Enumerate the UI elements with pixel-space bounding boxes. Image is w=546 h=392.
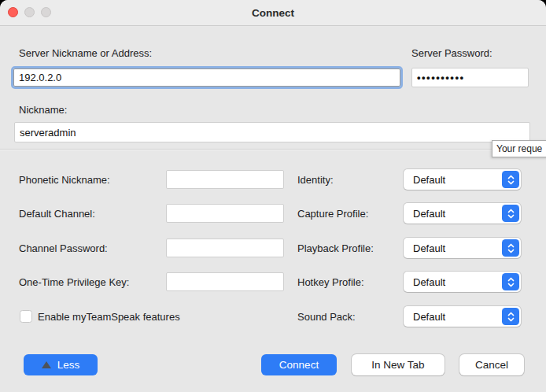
server-address-label: Server Nickname or Address: bbox=[19, 47, 152, 59]
myteamspeak-checkbox[interactable] bbox=[20, 310, 32, 323]
up-down-chevrons-icon bbox=[502, 308, 519, 325]
titlebar: Connect bbox=[0, 0, 546, 26]
channel-password-label: Channel Password: bbox=[19, 242, 108, 254]
section-divider bbox=[0, 149, 546, 150]
cancel-button[interactable]: Cancel bbox=[459, 354, 524, 375]
nickname-label: Nickname: bbox=[19, 104, 67, 116]
tooltip: Your reque bbox=[492, 140, 546, 157]
up-down-chevrons-icon bbox=[502, 273, 519, 290]
up-down-chevrons-icon bbox=[502, 239, 519, 257]
capture-profile-select[interactable]: Default bbox=[404, 203, 521, 224]
less-button[interactable]: Less bbox=[24, 354, 98, 375]
collapse-triangle-icon bbox=[42, 361, 51, 368]
connect-button[interactable]: Connect bbox=[261, 354, 337, 375]
identity-select[interactable]: Default bbox=[404, 169, 521, 190]
privilege-key-input[interactable] bbox=[166, 272, 284, 291]
playback-profile-select[interactable]: Default bbox=[404, 238, 521, 258]
channel-password-input[interactable] bbox=[166, 239, 284, 257]
hotkey-profile-label: Hotkey Profile: bbox=[297, 276, 364, 288]
sound-pack-select[interactable]: Default bbox=[404, 306, 521, 327]
up-down-chevrons-icon bbox=[502, 171, 519, 188]
window-title: Connect bbox=[0, 0, 546, 25]
sound-pack-label: Sound Pack: bbox=[297, 311, 356, 323]
connect-dialog: Connect Server Nickname or Address: Serv… bbox=[0, 0, 546, 392]
phonetic-nickname-label: Phonetic Nickname: bbox=[19, 174, 110, 186]
connect-button-label: Connect bbox=[279, 359, 319, 371]
up-down-chevrons-icon bbox=[502, 205, 519, 222]
server-password-input[interactable] bbox=[411, 68, 529, 87]
server-address-input[interactable] bbox=[13, 68, 400, 87]
hotkey-profile-select[interactable]: Default bbox=[404, 272, 521, 292]
server-password-label: Server Password: bbox=[411, 47, 493, 59]
tooltip-text: Your reque bbox=[496, 143, 542, 154]
default-channel-label: Default Channel: bbox=[19, 208, 95, 220]
less-button-label: Less bbox=[57, 359, 80, 371]
cancel-button-label: Cancel bbox=[475, 359, 508, 371]
default-channel-input[interactable] bbox=[166, 204, 284, 223]
capture-profile-label: Capture Profile: bbox=[297, 208, 368, 220]
identity-label: Identity: bbox=[297, 174, 334, 186]
in-new-tab-button-label: In New Tab bbox=[371, 359, 424, 371]
myteamspeak-checkbox-label: Enable myTeamSpeak features bbox=[38, 311, 180, 323]
phonetic-nickname-input[interactable] bbox=[166, 170, 284, 189]
in-new-tab-button[interactable]: In New Tab bbox=[352, 354, 445, 375]
playback-profile-label: Playback Profile: bbox=[297, 242, 374, 254]
nickname-input[interactable] bbox=[14, 122, 530, 142]
privilege-key-label: One-Time Privilege Key: bbox=[19, 276, 129, 288]
